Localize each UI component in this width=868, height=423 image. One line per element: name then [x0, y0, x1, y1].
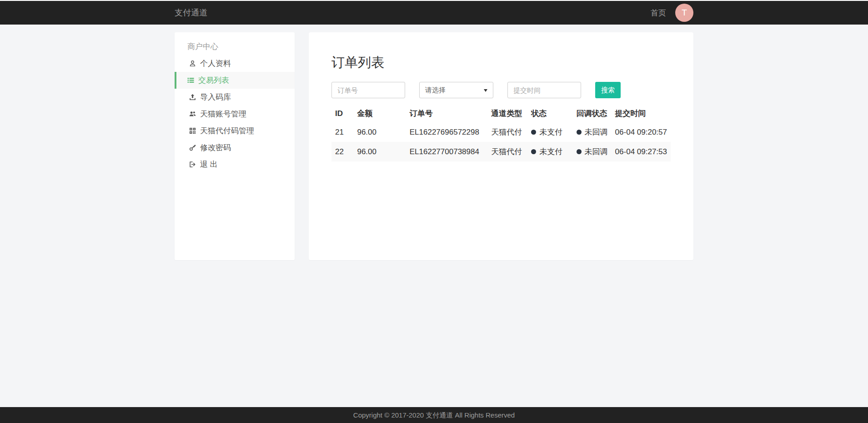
- copyright-text: Copyright © 2017-2020 支付通道 All Rights Re…: [353, 411, 515, 419]
- sidebar-item-label: 交易列表: [198, 72, 229, 89]
- cell-order-no: EL16227696572298: [406, 122, 488, 142]
- status-select-value: 请选择: [425, 86, 446, 94]
- caret-down-icon: [484, 89, 487, 92]
- cell-time: 06-04 09:27:53: [612, 142, 671, 161]
- cell-id: 21: [331, 122, 353, 142]
- cell-callback: 未回调: [573, 142, 612, 161]
- cell-order-no: EL16227700738984: [406, 142, 488, 161]
- table-header-row: ID 金额 订单号 通道类型 状态 回调状态 提交时间: [331, 105, 671, 122]
- column-header: 回调状态: [573, 105, 612, 122]
- sidebar-header: 商户中心: [175, 38, 295, 55]
- page-footer: Copyright © 2017-2020 支付通道 All Rights Re…: [0, 407, 868, 423]
- table-row: 21 96.00 EL16227696572298 天猫代付 未支付 未回调 0…: [331, 122, 671, 142]
- callback-dot: [577, 149, 582, 154]
- status-dot: [531, 130, 536, 135]
- submit-time-input[interactable]: [507, 82, 581, 98]
- callback-text: 未回调: [585, 147, 608, 156]
- cell-channel: 天猫代付: [487, 142, 527, 161]
- users-icon: [189, 111, 196, 117]
- sidebar-item-import-codes[interactable]: 导入码库: [175, 89, 295, 106]
- cell-channel: 天猫代付: [487, 122, 527, 142]
- brand-link[interactable]: 支付通道: [175, 7, 207, 18]
- signout-icon: [189, 161, 196, 168]
- sidebar-item-change-password[interactable]: 修改密码: [175, 139, 295, 156]
- sidebar-menu: 个人资料 交易列表 导入码库 天猫账号管理: [175, 55, 295, 173]
- key-icon: [189, 144, 196, 151]
- column-header: 订单号: [406, 105, 488, 122]
- status-text: 未支付: [539, 147, 562, 156]
- callback-text: 未回调: [585, 128, 608, 136]
- main-panel: 订单列表 请选择 搜索 ID 金额 订单号: [309, 32, 693, 260]
- qrcode-icon: [189, 127, 196, 134]
- sidebar: 商户中心 个人资料 交易列表 导入码库: [175, 32, 295, 260]
- sidebar-item-label: 个人资料: [200, 55, 231, 72]
- status-select[interactable]: 请选择: [419, 82, 493, 98]
- table-row: 22 96.00 EL16227700738984 天猫代付 未支付 未回调 0…: [331, 142, 671, 161]
- column-header: 状态: [527, 105, 572, 122]
- cell-status: 未支付: [527, 142, 572, 161]
- sidebar-item-tmall-paycodes[interactable]: 天猫代付码管理: [175, 122, 295, 139]
- column-header: 金额: [353, 105, 406, 122]
- navbar-right: 首页 T: [651, 4, 693, 22]
- search-filter-bar: 请选择 搜索: [331, 82, 671, 98]
- sidebar-item-label: 导入码库: [200, 89, 231, 106]
- cell-time: 06-04 09:20:57: [612, 122, 671, 142]
- user-icon: [189, 60, 196, 67]
- status-text: 未支付: [539, 128, 562, 136]
- home-link[interactable]: 首页: [651, 8, 666, 18]
- sidebar-item-logout[interactable]: 退 出: [175, 156, 295, 173]
- column-header: 通道类型: [487, 105, 527, 122]
- cell-amount: 96.00: [353, 142, 406, 161]
- sidebar-item-label: 天猫账号管理: [200, 106, 246, 122]
- column-header: ID: [331, 105, 353, 122]
- upload-icon: [189, 94, 196, 101]
- cell-id: 22: [331, 142, 353, 161]
- user-avatar[interactable]: T: [675, 4, 693, 22]
- sidebar-item-label: 退 出: [200, 156, 218, 173]
- order-no-input[interactable]: [331, 82, 405, 98]
- cell-callback: 未回调: [573, 122, 612, 142]
- sidebar-item-label: 天猫代付码管理: [200, 122, 254, 139]
- cell-status: 未支付: [527, 122, 572, 142]
- sidebar-item-transactions[interactable]: 交易列表: [175, 72, 295, 89]
- callback-dot: [577, 130, 582, 135]
- orders-table: ID 金额 订单号 通道类型 状态 回调状态 提交时间: [331, 105, 671, 161]
- sidebar-item-tmall-accounts[interactable]: 天猫账号管理: [175, 106, 295, 122]
- search-button[interactable]: 搜索: [595, 82, 621, 98]
- column-header: 提交时间: [612, 105, 671, 122]
- sidebar-item-label: 修改密码: [200, 139, 231, 156]
- cell-amount: 96.00: [353, 122, 406, 142]
- sidebar-item-profile[interactable]: 个人资料: [175, 55, 295, 72]
- page-title: 订单列表: [331, 54, 671, 72]
- status-dot: [531, 149, 536, 154]
- list-icon: [187, 77, 194, 84]
- top-navbar: 支付通道 首页 T: [0, 0, 868, 25]
